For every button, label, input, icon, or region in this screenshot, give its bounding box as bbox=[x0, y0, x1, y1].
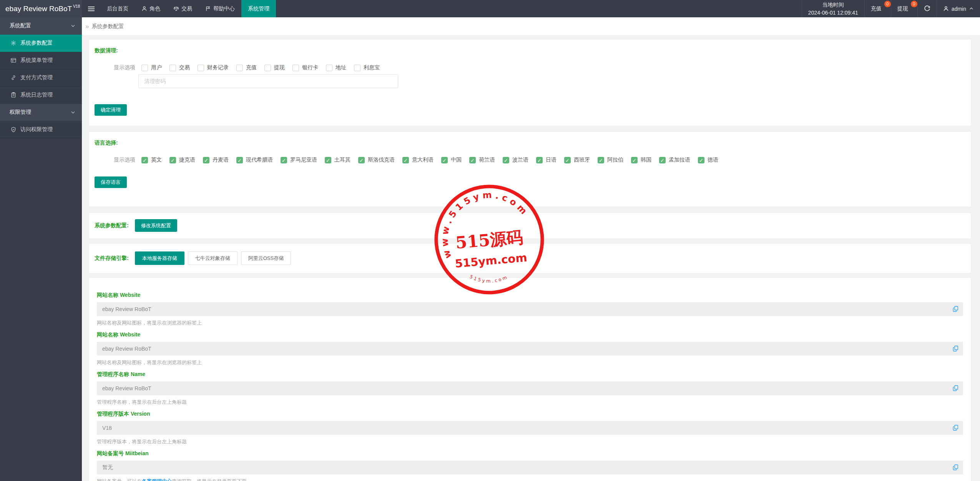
window-menu-icon bbox=[10, 57, 17, 63]
language-option[interactable]: 意大利语 bbox=[402, 156, 434, 163]
data-clean-option[interactable]: 充值 bbox=[236, 64, 257, 71]
sidebar-item-sys-param-config[interactable]: 系统参数配置 bbox=[0, 35, 82, 52]
field-label: 网站名称 Website bbox=[97, 292, 963, 299]
field-label: 网站备案号 Miitbeian bbox=[97, 450, 963, 457]
website-name-input-2[interactable] bbox=[97, 342, 963, 356]
language-option[interactable]: 斯洛伐克语 bbox=[358, 156, 395, 163]
checkbox-checked[interactable] bbox=[441, 157, 448, 163]
language-option[interactable]: 韩国 bbox=[631, 156, 651, 163]
nav-label: 帮助中心 bbox=[213, 5, 235, 12]
nav-item-system[interactable]: 系统管理 bbox=[241, 0, 276, 17]
checkbox-unchecked[interactable] bbox=[198, 65, 204, 71]
checkbox-unchecked[interactable] bbox=[354, 65, 360, 71]
checkbox-checked[interactable] bbox=[169, 157, 176, 163]
language-option[interactable]: 波兰语 bbox=[503, 156, 528, 163]
copy-button[interactable] bbox=[952, 464, 960, 471]
website-name-input[interactable] bbox=[97, 302, 963, 316]
language-option[interactable]: 现代希腊语 bbox=[236, 156, 273, 163]
language-option[interactable]: 中国 bbox=[441, 156, 462, 163]
local-time: 当地时间 2024-06-01 12:09:41 bbox=[802, 0, 864, 17]
copy-button[interactable] bbox=[952, 305, 960, 313]
app-version: V18 bbox=[73, 4, 80, 8]
language-option[interactable]: 荷兰语 bbox=[469, 156, 495, 163]
nav-item-trade[interactable]: 交易 bbox=[167, 0, 199, 17]
language-option[interactable]: 捷克语 bbox=[169, 156, 195, 163]
sidebar-item-sys-menu-manage[interactable]: 系统菜单管理 bbox=[0, 52, 82, 69]
refresh-button[interactable] bbox=[917, 0, 937, 17]
confirm-clean-button[interactable]: 确定清理 bbox=[95, 104, 127, 116]
storage-local-button[interactable]: 本地服务器存储 bbox=[135, 251, 184, 265]
checkbox-checked[interactable] bbox=[325, 157, 331, 163]
checkbox-checked[interactable] bbox=[402, 157, 409, 163]
nav-label: 交易 bbox=[181, 5, 192, 12]
data-clean-options-row: 显示选项 用户 交易 财务记录 bbox=[95, 64, 965, 71]
checkbox-checked[interactable] bbox=[564, 157, 571, 163]
language-option[interactable]: 丹麦语 bbox=[203, 156, 229, 163]
options-label: 显示选项 bbox=[114, 64, 135, 71]
nav-item-home[interactable]: 后台首页 bbox=[100, 0, 135, 17]
modify-sys-config-button[interactable]: 修改系统配置 bbox=[135, 219, 177, 232]
checkbox-unchecked[interactable] bbox=[326, 65, 332, 71]
checkbox-checked[interactable] bbox=[281, 157, 287, 163]
language-option[interactable]: 罗马尼亚语 bbox=[281, 156, 317, 163]
sidebar-item-sys-log-manage[interactable]: 系统日志管理 bbox=[0, 87, 82, 104]
checkbox-checked[interactable] bbox=[469, 157, 476, 163]
nav-item-help[interactable]: 帮助中心 bbox=[199, 0, 241, 17]
link-icon bbox=[10, 75, 17, 81]
clean-password-input[interactable] bbox=[138, 74, 398, 88]
checkbox-checked[interactable] bbox=[698, 157, 704, 163]
user-menu[interactable]: admin bbox=[937, 0, 980, 17]
copy-button[interactable] bbox=[952, 424, 960, 432]
storage-qiniu-button[interactable]: 七牛云对象存储 bbox=[188, 251, 238, 265]
data-clean-option[interactable]: 地址 bbox=[326, 64, 346, 71]
data-clean-option[interactable]: 银行卡 bbox=[292, 64, 318, 71]
checkbox-checked[interactable] bbox=[358, 157, 365, 163]
language-option[interactable]: 德语 bbox=[698, 156, 718, 163]
nav-item-roles[interactable]: 角色 bbox=[135, 0, 167, 17]
copy-button[interactable] bbox=[952, 345, 960, 353]
copy-button[interactable] bbox=[952, 384, 960, 392]
data-clean-option[interactable]: 用户 bbox=[141, 64, 162, 71]
checkbox-checked[interactable] bbox=[536, 157, 543, 163]
language-option[interactable]: 英文 bbox=[141, 156, 162, 163]
checkbox-unchecked[interactable] bbox=[292, 65, 299, 71]
data-clean-option[interactable]: 交易 bbox=[169, 64, 190, 71]
menu-fold-icon[interactable] bbox=[82, 0, 100, 17]
checkbox-checked[interactable] bbox=[203, 157, 209, 163]
field-help: 管理程序版本，将显示在后台左上角标题 bbox=[97, 438, 963, 445]
save-language-button[interactable]: 保存语言 bbox=[95, 176, 127, 188]
checkbox-checked[interactable] bbox=[631, 157, 638, 163]
admin-version-input[interactable] bbox=[97, 421, 963, 435]
sidebar-section-permission[interactable]: 权限管理 bbox=[0, 104, 82, 121]
storage-aliyun-oss-button[interactable]: 阿里云OSS存储 bbox=[241, 251, 291, 265]
data-clean-option[interactable]: 财务记录 bbox=[198, 64, 229, 71]
data-clean-option[interactable]: 提现 bbox=[264, 64, 285, 71]
checkbox-checked[interactable] bbox=[141, 157, 148, 163]
withdraw-button[interactable]: 提现 0 bbox=[891, 0, 917, 17]
language-option[interactable]: 土耳其 bbox=[325, 156, 350, 163]
miitbeian-input[interactable] bbox=[97, 461, 963, 474]
admin-name-input[interactable] bbox=[97, 381, 963, 395]
checkbox-unchecked[interactable] bbox=[169, 65, 176, 71]
checkbox-unchecked[interactable] bbox=[264, 65, 271, 71]
app-logo: ebay Review RoBoTV18 bbox=[0, 0, 82, 17]
language-option[interactable]: 西班牙 bbox=[564, 156, 590, 163]
beian-center-link[interactable]: 备案管理中心 bbox=[142, 478, 172, 481]
language-option[interactable]: 阿拉伯 bbox=[598, 156, 623, 163]
sidebar-item-payment-manage[interactable]: 支付方式管理 bbox=[0, 69, 82, 87]
checkbox-checked[interactable] bbox=[236, 157, 243, 163]
sidebar-item-access-permission[interactable]: 访问权限管理 bbox=[0, 121, 82, 138]
data-clean-option[interactable]: 利息宝 bbox=[354, 64, 380, 71]
clipboard-icon bbox=[10, 92, 17, 98]
checkbox-checked[interactable] bbox=[659, 157, 666, 163]
language-option[interactable]: 孟加拉语 bbox=[659, 156, 690, 163]
checkbox-checked[interactable] bbox=[598, 157, 604, 163]
sidebar-section-system-config[interactable]: 系统配置 bbox=[0, 17, 82, 35]
checkbox-unchecked[interactable] bbox=[236, 65, 243, 71]
checkbox-unchecked[interactable] bbox=[141, 65, 148, 71]
recharge-button[interactable]: 充值 0 bbox=[864, 0, 891, 17]
language-option[interactable]: 日语 bbox=[536, 156, 556, 163]
field-website-1: 网站名称 Website 网站名称及网站图标，将显示在浏览器的标签上 bbox=[97, 292, 963, 326]
checkbox-checked[interactable] bbox=[503, 157, 509, 163]
copy-icon bbox=[952, 305, 959, 313]
